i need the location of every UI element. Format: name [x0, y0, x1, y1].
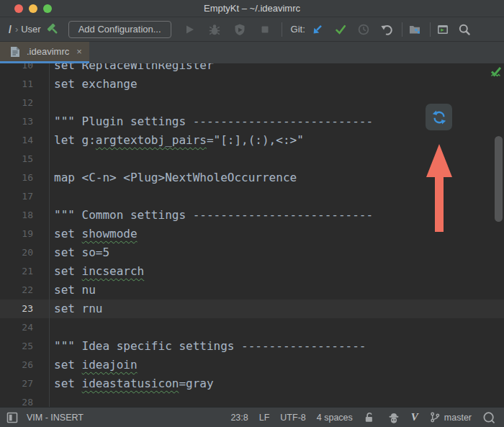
line-number: 11: [0, 75, 33, 94]
git-label: Git:: [291, 24, 305, 35]
ideavim-icon[interactable]: V: [411, 411, 418, 423]
code-text: set so=5: [49, 243, 504, 262]
refresh-icon: [432, 110, 446, 125]
title-bar: EmptyKt – ~/.ideavimrc: [0, 0, 504, 17]
editor-line[interactable]: 11set exchange: [0, 75, 504, 94]
editor-line[interactable]: 22set nu: [0, 281, 504, 300]
fullscreen-window-button[interactable]: [43, 4, 52, 13]
reload-ideavimrc-button[interactable]: [426, 104, 452, 130]
code-text: set ReplaceWithRegister: [49, 63, 504, 75]
code-text: set rnu: [49, 300, 504, 318]
git-update-icon[interactable]: [311, 23, 324, 36]
editor-line[interactable]: 26set ideajoin: [0, 356, 504, 374]
window-title: EmptyKt – ~/.ideavimrc: [0, 3, 504, 14]
minimize-window-button[interactable]: [29, 4, 37, 13]
run-icon[interactable]: [183, 23, 196, 36]
code-text: set nu: [49, 281, 504, 300]
unlocked-padlock-icon[interactable]: [364, 411, 377, 424]
line-separator-status[interactable]: LF: [259, 413, 270, 423]
vertical-scrollbar[interactable]: [495, 136, 503, 222]
editor-tab-bar: .ideavimrc ×: [0, 42, 504, 63]
line-number: 13: [0, 112, 33, 131]
ide-window: EmptyKt – ~/.ideavimrc / › User Add Conf…: [0, 0, 504, 427]
inspector-hector-icon[interactable]: [387, 411, 400, 424]
code-text: """ Idea specific settings -------------…: [49, 337, 504, 356]
line-number: 27: [0, 374, 33, 393]
toggle-tool-windows-icon[interactable]: [6, 411, 19, 424]
line-number: 22: [0, 281, 33, 300]
line-number: 20: [0, 243, 33, 262]
editor-line[interactable]: 20set so=5: [0, 243, 504, 262]
line-number: 10: [0, 63, 33, 75]
traffic-lights: [14, 0, 52, 17]
line-number: 25: [0, 337, 33, 356]
code-text: set exchange: [49, 75, 504, 94]
git-branch-widget[interactable]: master: [429, 411, 472, 424]
line-number: 19: [0, 225, 33, 243]
editor-line[interactable]: 28: [0, 393, 504, 407]
line-number: 14: [0, 131, 33, 150]
line-number: 18: [0, 206, 33, 225]
breadcrumb-user[interactable]: User: [21, 24, 40, 35]
line-number: 28: [0, 393, 33, 407]
editor-line[interactable]: 25""" Idea specific settings -----------…: [0, 337, 504, 356]
toolbar-separator: [430, 22, 431, 37]
line-number: 23: [0, 300, 33, 318]
code-text: [49, 393, 504, 407]
tab-ideavimrc[interactable]: .ideavimrc ×: [0, 42, 89, 63]
code-text: set incsearch: [49, 262, 504, 281]
line-number: 26: [0, 356, 33, 374]
chevron-right-icon: ›: [15, 24, 18, 35]
build-hammer-icon[interactable]: [47, 23, 60, 36]
indent-status[interactable]: 4 spaces: [317, 413, 353, 423]
git-commit-check-icon[interactable]: [334, 23, 347, 36]
file-icon: [9, 45, 22, 58]
line-number: 21: [0, 262, 33, 281]
editor-pane[interactable]: 10set ReplaceWithRegister11set exchange1…: [0, 63, 504, 407]
run-with-coverage-icon[interactable]: [233, 23, 246, 36]
line-number: 17: [0, 187, 33, 206]
editor-line[interactable]: 24: [0, 318, 504, 337]
editor-line[interactable]: 21set incsearch: [0, 262, 504, 281]
history-clock-icon[interactable]: [357, 23, 370, 36]
git-branch-icon: [429, 411, 442, 424]
code-text: set ideastatusicon=gray: [49, 374, 504, 393]
code-text: [49, 318, 504, 337]
toolbar-separator: [402, 22, 402, 37]
editor-line[interactable]: 27set ideastatusicon=gray: [0, 374, 504, 393]
stop-icon[interactable]: [258, 23, 271, 36]
editor-line[interactable]: 10set ReplaceWithRegister: [0, 63, 504, 75]
encoding-status[interactable]: UTF-8: [280, 413, 305, 423]
debug-icon[interactable]: [208, 23, 221, 36]
caret-position-status[interactable]: 23:8: [230, 413, 248, 423]
git-branch-name: master: [444, 413, 472, 423]
line-number: 24: [0, 318, 33, 337]
line-number: 12: [0, 94, 33, 112]
search-everywhere-icon[interactable]: [458, 23, 471, 36]
status-bar: VIM - INSERT 23:8 LF UTF-8 4 spaces V ma…: [0, 407, 504, 427]
line-number: 16: [0, 168, 33, 187]
tab-close-icon[interactable]: ×: [74, 47, 82, 56]
toolbar-separator: [282, 22, 282, 37]
inspections-status-icon[interactable]: [490, 66, 503, 79]
line-number: 15: [0, 150, 33, 168]
add-configuration-button[interactable]: Add Configuration...: [68, 21, 171, 38]
breadcrumb-root[interactable]: /: [9, 24, 12, 35]
notifications-icon[interactable]: [482, 411, 495, 424]
tab-title: .ideavimrc: [27, 46, 69, 57]
project-folder-icon[interactable]: [408, 23, 421, 36]
run-window-icon[interactable]: [436, 23, 449, 36]
editor-line[interactable]: 23set rnu: [0, 300, 504, 318]
main-toolbar: / › User Add Configuration... Git:: [0, 17, 504, 42]
annotation-arrow-up-icon: [423, 144, 455, 232]
vim-mode-status: VIM - INSERT: [27, 413, 84, 423]
rollback-undo-icon[interactable]: [380, 23, 393, 36]
close-window-button[interactable]: [14, 4, 23, 13]
code-text: set ideajoin: [49, 356, 504, 374]
